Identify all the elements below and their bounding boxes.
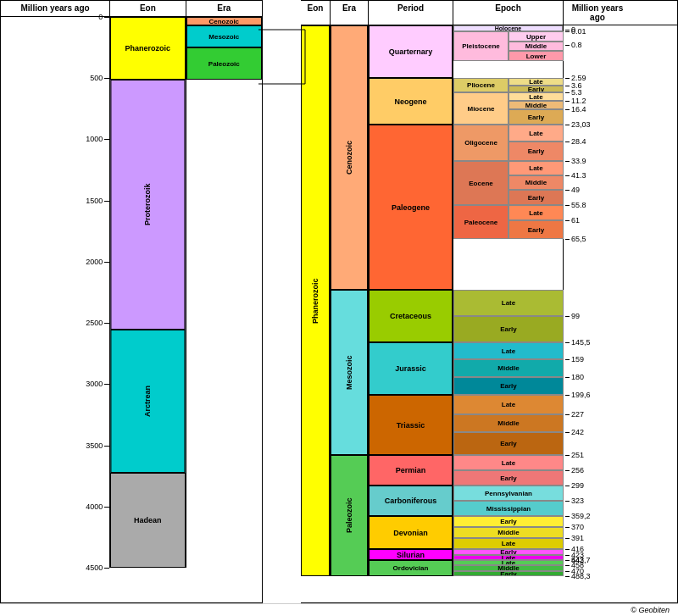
period-permian: Permian [369,455,453,486]
epoch-subdiv-late: Late [453,538,564,549]
epoch-subdiv-early: Early [508,86,564,92]
period-devonian: Devonian [369,516,453,549]
mya-label-227: 227 [565,410,584,419]
epoch-subdiv-late: Late [508,92,564,101]
mya-label-145,5: 145,5 [565,338,591,347]
mesozoic-era-block: Mesozoic [186,25,262,47]
epoch-subdiv-early: Early [508,109,564,125]
paleozoic-era-block: Paleozoic [186,47,262,80]
epoch-subdiv-early: Early [453,377,564,395]
period-quarternary: Quarternary [369,25,453,78]
mya-label-299: 299 [565,481,584,490]
mya-label-323: 323 [565,497,584,505]
eon-col: Phanerozoic Precambrian Proterozoik Arct… [110,17,186,568]
copyright: © Geobiten [0,603,678,616]
mya-label-28.4: 28.4 [565,137,586,146]
mya-label-49: 49 [565,186,580,194]
hadean-block: Hadean [110,473,185,568]
r-period-col: TertiaryQuarternaryNeogenePaleogeneCreta… [369,25,453,576]
mya-label-41.3: 41.3 [565,171,586,180]
epoch-subdiv-early: Early [508,220,564,239]
epoch-label-oligocene: Oligocene [453,125,508,161]
era-paleozoic: Paleozoic [331,455,368,576]
right-chart: Eon Era Period Epoch Million years ago P… [301,0,678,603]
mya-label-65,5: 65,5 [565,235,586,243]
left-header-mya: Million years ago [1,1,110,16]
epoch-label-pliocene: Pliocene [453,78,508,92]
cenozoic-era-block: Cenozoic [186,17,262,25]
mya-label-61: 61 [565,216,580,225]
mya-label-488,3: 488,3 [565,572,591,580]
mya-label-0.8: 0.8 [565,41,582,49]
left-chart: Million years ago Eon Era 05001000150020… [0,0,263,603]
mya-label-33.9: 33.9 [565,157,586,165]
epoch-subdiv-early: Early [453,432,564,455]
right-header-epoch: Epoch [453,1,564,25]
mya-label-391: 391 [565,534,584,542]
epoch-subdiv-early: Early [453,516,564,527]
epoch-label-eocene: Eocene [453,161,508,205]
epoch-subdiv-late: Late [453,342,564,359]
era-mesozoic: Mesozoic [331,290,368,455]
r-epoch-col: PleistocenePlioceneMioceneOligoceneEocen… [453,25,564,576]
right-header-mya: Million years ago [564,1,631,25]
epoch-subdiv-early: Early [508,142,564,161]
mya-label-180: 180 [565,373,584,381]
epoch-subdiv-late: Late [508,125,564,142]
epoch-subdiv-middle: Middle [453,414,564,432]
epoch-subdiv-late: Late [508,205,564,220]
arctrean-block: Arctrean [110,330,185,473]
era-col: Cenozoic Mesozoic Paleozoic [186,17,262,568]
mya-label-16.4: 16.4 [565,105,586,114]
r-era-col: CenozoicMesozoicPaleozoic [331,25,369,576]
period-triassic: Triassic [369,395,453,455]
epoch-subdiv-pennsylvanian: Pennsylvanian [453,486,564,501]
epoch-subdiv-early: Early [453,316,564,342]
mya-label-542: 542 [565,556,584,564]
epoch-label-miocene: Miocene [453,92,508,125]
mya-label-5.3: 5.3 [565,88,582,97]
epoch-subdiv-upper: Upper [508,31,564,42]
mya-label-55.8: 55.8 [565,201,586,209]
epoch-subdiv-late: Late [508,161,564,175]
mya-label-256: 256 [565,466,584,474]
epoch-subdiv-late: Late [453,455,564,470]
period-jurassic: Jurassic [369,342,453,395]
epoch-subdiv-middle: Middle [508,175,564,190]
mya-label-23,03: 23,03 [565,120,591,129]
phanerozoic-block: Phanerozoic [110,17,185,80]
epoch-subdiv-late: Late [508,78,564,86]
right-header-period: Period [369,1,453,25]
period-paleogene: Paleogene [369,125,453,290]
mya-label-199,6: 199,6 [565,391,591,399]
period-carboniferous: Carboniferous [369,486,453,516]
epoch-subdiv-middle: Middle [453,359,564,377]
epoch-label-pleistocene: Pleistocene [453,31,508,61]
left-header-eon: Eon [110,1,186,16]
epoch-subdiv-early: Early [453,571,564,576]
epoch-subdiv-late: Late [453,395,564,414]
epoch-subdiv-early: Early [508,190,564,205]
left-header-era: Era [186,1,262,16]
epoch-subdiv-mississippian: Mississippian [453,501,564,516]
epoch-subdiv-lower: Lower [508,51,564,61]
mya-label-11.2: 11.2 [565,97,586,105]
mya-label-159: 159 [565,355,584,363]
mya-label-251: 251 [565,451,584,459]
r-mya-col: 0.010.82.593.65.311.216.423,0328.433.941… [564,25,631,576]
epoch-subdiv-early: Early [453,549,564,555]
mya-label-99: 99 [565,312,580,320]
epoch-subdiv-middle: Middle [508,42,564,51]
epoch-subdiv-late: Late [453,290,564,316]
epoch-subdiv-middle: Middle [508,101,564,109]
period-cretaceous: Cretaceous [369,290,453,342]
epoch-label-paleocene: Paleocene [453,205,508,239]
epoch-subdiv-early: Early [453,470,564,486]
mya-col: 050010001500200025003000350040004500 [1,17,110,568]
epoch-subdiv-middle: Middle [453,527,564,538]
period-neogene: Neogene [369,78,453,125]
mya-label-370: 370 [565,523,584,531]
right-header-era: Era [331,1,369,25]
mya-label-359,2: 359,2 [565,512,591,520]
era-cenozoic: Cenozoic [331,25,368,290]
